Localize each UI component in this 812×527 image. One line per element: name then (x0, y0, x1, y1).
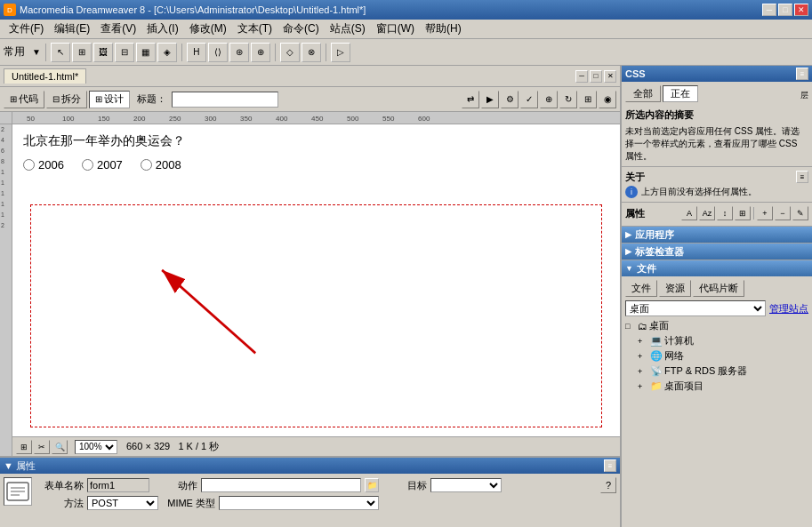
tree-expand-desktop[interactable]: □ (625, 322, 636, 331)
tree-item-desktop-items: + 📁 桌面项目 (638, 379, 808, 394)
refresh-btn[interactable]: ↻ (559, 91, 577, 108)
tb-form-btn[interactable]: ▦ (136, 43, 156, 62)
menu-help[interactable]: 帮助(H) (420, 20, 467, 38)
accordion-header-tags[interactable]: ▶ 标签检查器 (622, 244, 812, 260)
zoom-select[interactable]: 100% 150% 200% 75% 50% (75, 440, 117, 454)
visual-aids-btn[interactable]: ◉ (599, 91, 616, 108)
tb-spry-btn[interactable]: ◇ (280, 43, 300, 62)
tree-expand-desktop-items[interactable]: + (638, 382, 648, 391)
about-section: 关于 ≡ i 上方目前没有选择任何属性。 (622, 166, 812, 202)
doc-close-btn[interactable]: ✕ (604, 70, 616, 83)
maximize-button[interactable]: □ (778, 4, 792, 16)
validate-btn[interactable]: ✓ (520, 91, 538, 108)
tb-media-btn[interactable]: ◈ (157, 43, 177, 62)
menu-window[interactable]: 窗口(W) (371, 20, 420, 38)
title-input[interactable] (172, 92, 278, 108)
tb-pointer-btn[interactable]: ↖ (51, 43, 70, 62)
tb-preview-btn[interactable]: ▷ (331, 43, 350, 62)
design-view-btn[interactable]: ⊞ 设计 (89, 91, 130, 108)
method-select[interactable]: POST GET (87, 496, 158, 510)
title-text: Macromedia Dreamweaver 8 - [C:\Users\Adm… (20, 4, 366, 15)
menu-edit[interactable]: 编辑(E) (49, 20, 95, 38)
tb-table-btn[interactable]: ⊞ (72, 43, 92, 62)
file-tab-resources[interactable]: 资源 (659, 280, 691, 297)
accordion-header-files[interactable]: ▼ 文件 (622, 260, 812, 276)
about-options-btn[interactable]: ≡ (796, 171, 808, 183)
tb-link-btn[interactable]: ⊟ (115, 43, 134, 62)
about-text: 上方目前没有选择任何属性。 (641, 186, 757, 198)
browse-action-btn[interactable]: 📁 (365, 478, 379, 492)
css-desc: 未对当前选定内容应用任何 CSS 属性。请选择一个带样式的元素，查看应用了哪些 … (625, 125, 808, 163)
file-tab-snippets[interactable]: 代码片断 (693, 280, 744, 297)
minimize-button[interactable]: ─ (762, 4, 776, 16)
menu-modify[interactable]: 修改(M) (184, 20, 232, 38)
preview-btn[interactable]: ▶ (481, 91, 499, 108)
attr-toolbar: A Az ↕ ⊞ + − ✎ (681, 206, 808, 220)
radio-option-2008[interactable]: 2008 (141, 158, 181, 172)
tb-image-btn[interactable]: 🖼 (93, 43, 113, 62)
accordion-label-tags: 标签检查器 (635, 245, 684, 259)
menu-text[interactable]: 文本(T) (232, 20, 277, 38)
side-ruler: 2 4 6 8 1 1 1 1 1 2 (0, 112, 12, 456)
mime-select[interactable] (219, 496, 379, 510)
status-tool-2[interactable]: ✂ (34, 440, 50, 454)
form-name-input[interactable] (87, 478, 149, 492)
attr-font-btn[interactable]: A (681, 206, 697, 220)
help-button[interactable]: ? (600, 477, 616, 493)
file-status-btn[interactable]: ⇄ (462, 91, 479, 108)
tb-widget-btn[interactable]: ⊕ (251, 43, 270, 62)
tb-head-btn[interactable]: H (187, 43, 206, 62)
doc-restore-btn[interactable]: □ (590, 70, 602, 83)
tb-ext-btn[interactable]: ⊗ (301, 43, 321, 62)
close-button[interactable]: ✕ (794, 4, 808, 16)
menu-insert[interactable]: 插入(I) (141, 20, 183, 38)
css-tabs: 全部 正在 (625, 85, 698, 102)
attr-sort-btn[interactable]: ↕ (717, 206, 733, 220)
css-options-btn[interactable]: ≡ (796, 68, 808, 80)
view-tools: ⇄ ▶ ⚙ ✓ ⊕ ↻ ⊞ ◉ (462, 91, 616, 108)
radio-input-2007[interactable] (82, 159, 93, 171)
split-view-btn[interactable]: ⊟ 拆分 (46, 91, 87, 108)
target-select[interactable]: _blank _self (430, 478, 502, 492)
design-content[interactable]: 北京在那一年举办的奥运会？ 2006 2007 (12, 124, 620, 436)
file-tab-files[interactable]: 文件 (625, 280, 657, 297)
directory-select[interactable]: 桌面 本地磁盘 (625, 300, 766, 316)
attr-edit-btn[interactable]: ✎ (792, 206, 808, 220)
menu-site[interactable]: 站点(S) (325, 20, 371, 38)
action-input[interactable] (201, 478, 361, 492)
css-tab-all[interactable]: 全部 (625, 85, 661, 102)
tb-script-btn[interactable]: ⟨⟩ (208, 43, 228, 62)
attr-toggle-btn[interactable]: ⊞ (735, 206, 751, 220)
accordion-header-apps[interactable]: ▶ 应用程序 (622, 227, 812, 243)
tree-expand-network[interactable]: + (638, 352, 648, 361)
radio-input-2006[interactable] (23, 159, 35, 171)
doc-tab[interactable]: Untitled-1.html* (4, 68, 86, 84)
tree-expand-ftp[interactable]: + (638, 367, 648, 376)
status-tool-1[interactable]: ⊞ (16, 440, 32, 454)
props-options-btn[interactable]: ≡ (604, 459, 616, 472)
options-btn[interactable]: ⊞ (579, 91, 597, 108)
doc-minimize-btn[interactable]: ─ (575, 70, 588, 83)
accordion-arrow-files: ▼ (625, 264, 633, 273)
attr-az-btn[interactable]: Az (699, 206, 715, 220)
toolbar-dropdown-icon[interactable]: ▼ (32, 47, 41, 57)
code-view-btn[interactable]: ⊞ 代码 (4, 91, 44, 108)
debug-btn[interactable]: ⚙ (501, 91, 519, 108)
toolbar-separator (45, 44, 46, 61)
menu-view[interactable]: 查看(V) (95, 20, 141, 38)
status-tool-3[interactable]: 🔍 (52, 440, 68, 454)
attr-add-btn[interactable]: + (757, 206, 773, 220)
toolbar-label: 常用 (4, 44, 25, 60)
browser-check-btn[interactable]: ⊕ (540, 91, 558, 108)
css-tab-current[interactable]: 正在 (663, 85, 698, 102)
radio-option-2007[interactable]: 2007 (82, 158, 123, 172)
menu-command[interactable]: 命令(C) (277, 20, 325, 38)
radio-input-2008[interactable] (141, 159, 152, 171)
attr-del-btn[interactable]: − (775, 206, 791, 220)
manage-sites-btn[interactable]: 管理站点 (769, 302, 808, 315)
tb-template-btn[interactable]: ⊛ (229, 43, 249, 62)
file-tree: □ 🗂 桌面 + 💻 计算机 + 🌐 网络 (625, 318, 808, 394)
menu-file[interactable]: 文件(F) (4, 20, 49, 38)
tree-expand-computer[interactable]: + (638, 337, 648, 346)
radio-option-2006[interactable]: 2006 (23, 158, 64, 172)
